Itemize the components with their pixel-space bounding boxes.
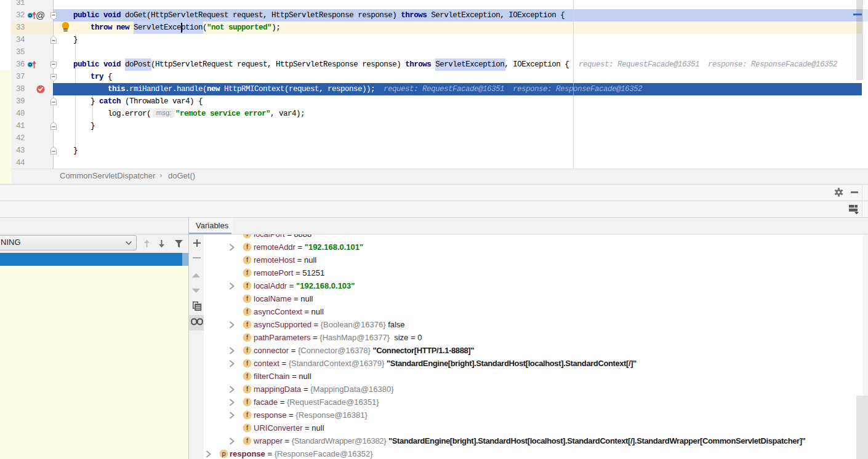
svg-text:p: p	[222, 450, 225, 457]
